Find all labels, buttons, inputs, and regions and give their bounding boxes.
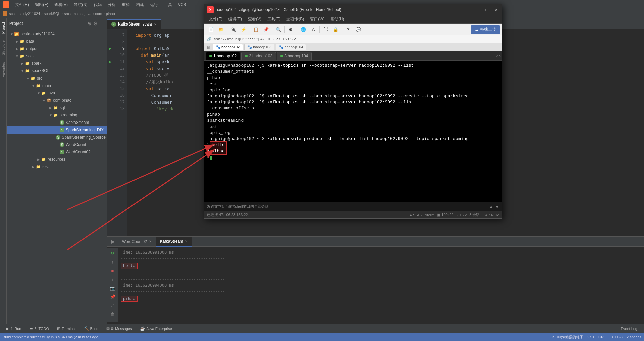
arrow-up-icon[interactable]: ▲ [489,204,493,209]
tool-search[interactable]: 🔍 [274,25,283,34]
session-hadoop102[interactable]: 🐾 hadoop102 [213,44,243,50]
breadcrumb-item[interactable]: sparkSQL [44,12,60,16]
left-tab-favorites[interactable]: Favorites [1,59,6,80]
wrap-button[interactable]: ⇌ [109,302,116,309]
xshell-menu-help[interactable]: 帮助(H) [328,16,347,23]
xshell-menu-file[interactable]: 文件(E) [206,16,225,23]
menu-view[interactable]: 查看(V) [52,1,70,9]
tool-paste[interactable]: 📌 [261,25,271,34]
menu-file[interactable]: 文件(E) [13,1,32,9]
camera-button[interactable]: 📷 [109,284,116,292]
arrow-down-icon[interactable]: ▼ [495,204,499,209]
tab-wordcount02[interactable]: WordCount02 ✕ [118,237,156,247]
run-action-button[interactable]: ▶ 4: Run [3,325,24,332]
breadcrumb-item[interactable]: src [64,12,69,16]
tool-lock[interactable]: 🔒 [331,25,340,34]
minimize-button[interactable]: — [474,6,481,13]
minimize-icon[interactable]: — [100,21,104,26]
run-icon[interactable]: ▶ [107,237,118,247]
tree-item-src[interactable]: ▼ 📁 src [7,75,107,82]
stop-button[interactable]: ■ [109,267,116,274]
menu-analyze[interactable]: 分析 [105,1,118,9]
tree-item-resources[interactable]: ▶ 📁 resources [7,156,107,163]
tool-fullscreen[interactable]: ⛶ [321,25,330,34]
tab-kafkastream[interactable]: K KafkaStream.scala ✕ [107,19,161,29]
tree-item-sparkstreaming-diy[interactable]: ▶ S SparkStreaming_DIY [7,126,107,134]
menu-run[interactable]: 运行 [147,1,161,9]
tab-next-icon[interactable]: › [499,53,501,59]
session-hadoop103[interactable]: 🐾 hadoop103 [244,44,274,50]
tool-connect[interactable]: 🔌 [229,25,238,34]
pin-button[interactable]: 📌 [109,293,116,300]
tool-new[interactable]: 📄 [206,25,216,34]
line-col[interactable]: 27:1 [587,335,594,339]
close-icon[interactable]: ✕ [149,240,152,243]
scroll-up-button[interactable]: ↑ [109,258,116,265]
breadcrumb-item[interactable]: com [95,12,102,16]
xshell-tab-1[interactable]: 1 hadoop102 [206,52,240,60]
tool-settings[interactable]: ⚙ [286,25,296,34]
add-tab-button[interactable]: + [312,53,319,59]
tree-item-spark[interactable]: ▶ 📁 spark [7,60,107,67]
tree-item-com-pihao[interactable]: ▼ 📦 com.pihao [7,97,107,104]
tree-item-wordcount02[interactable]: ▶ S WordCount02 [7,148,107,156]
tab-kafkastream-run[interactable]: KafkaStream ✕ [156,237,192,247]
xshell-tab-2[interactable]: 2 hadoop103 [241,52,276,60]
tree-item-data[interactable]: ▶ 📁 data [7,38,107,45]
menu-code[interactable]: 代码 [91,1,104,9]
run-button-9[interactable]: ▶ [107,45,113,52]
tree-item-scala[interactable]: ▼ 📁 scala [7,52,107,60]
tool-help[interactable]: ? [343,25,353,34]
session-hadoop104[interactable]: 🐾 hadoop104 [276,44,306,50]
breadcrumb-item[interactable]: pihao [106,12,115,16]
tree-item-kafkastream[interactable]: ▶ S KafkaStream [7,119,107,126]
tree-item-sql[interactable]: ▶ 📁 sql [7,104,107,111]
event-log-link[interactable]: Event Log [621,327,637,331]
trash-button[interactable]: 🗑 [109,310,116,318]
tree-item-wordcount[interactable]: ▶ S WordCount [7,141,107,148]
tree-item-scala-study[interactable]: ▼ 📁 scala-study211024 [7,30,107,38]
menu-refactor[interactable]: 重构 [119,1,132,9]
breadcrumb-item[interactable]: scala-study211024 [3,11,40,16]
menu-build[interactable]: 构建 [133,1,147,9]
left-tab-project[interactable]: Project [1,19,6,36]
encoding[interactable]: UTF-8 [612,335,623,339]
close-icon[interactable]: ✕ [185,239,188,243]
xshell-menu-window[interactable]: 窗口(W) [307,16,327,23]
tool-comment[interactable]: 💬 [354,25,363,34]
java-enterprise-button[interactable]: ☕ Java Enterprise [137,325,175,332]
xshell-terminal[interactable]: [atguigu@hadoop102 ~]$ kafka-topics.sh -… [204,61,502,202]
menu-navigate[interactable]: 导航(N) [71,1,90,9]
todo-action-button[interactable]: ☰ 6: TODO [26,325,52,332]
xshell-tab-3[interactable]: 3 hadoop104 [277,52,312,60]
tool-globe[interactable]: 🌐 [299,25,308,34]
messages-action-button[interactable]: ✉ 0: Messages [103,325,135,332]
tool-open[interactable]: 📂 [216,25,226,34]
xshell-menu-tools[interactable]: 工具(T) [265,16,283,23]
left-tab-structure[interactable]: Structure [1,38,6,58]
line-sep[interactable]: CRLF [598,335,608,339]
add-icon[interactable]: ⊕ [87,21,91,26]
tool-disconnect[interactable]: ⚡ [239,25,248,34]
terminal-action-button[interactable]: ⊞ Terminal [54,325,79,332]
tab-close-icon[interactable]: ✕ [154,22,157,26]
menu-tools[interactable]: 工具 [161,1,175,9]
rerun-button[interactable]: ↺ [109,249,116,257]
tree-item-sparkSQL[interactable]: ▼ 📁 sparkSQL [7,67,107,75]
scroll-down-button[interactable]: ↓ [109,276,116,283]
tree-item-sparkstreaming-source[interactable]: ▶ S SparkStreaming_Source [7,134,107,141]
spaces[interactable]: 2 spaces [627,335,641,339]
tree-item-streaming[interactable]: ▼ 📁 streaming [7,111,107,119]
tree-item-output[interactable]: ▶ 📁 output [7,45,107,52]
menu-vcs[interactable]: VCS [175,1,189,8]
tree-item-test[interactable]: ▶ 📁 test [7,163,107,170]
tree-item-java[interactable]: ▼ 📁 java [7,89,107,97]
upload-button[interactable]: ☁ 拖拽上传 [471,25,500,34]
settings-icon[interactable]: ⚙ [93,21,98,26]
run-button-10[interactable]: ▶ [107,58,113,65]
breadcrumb-item[interactable]: main [73,12,81,16]
breadcrumb-item[interactable]: java [85,12,91,16]
build-action-button[interactable]: 🔨 Build [80,325,102,332]
close-button[interactable]: ✕ [493,6,499,13]
tool-copy[interactable]: 📋 [251,25,261,34]
